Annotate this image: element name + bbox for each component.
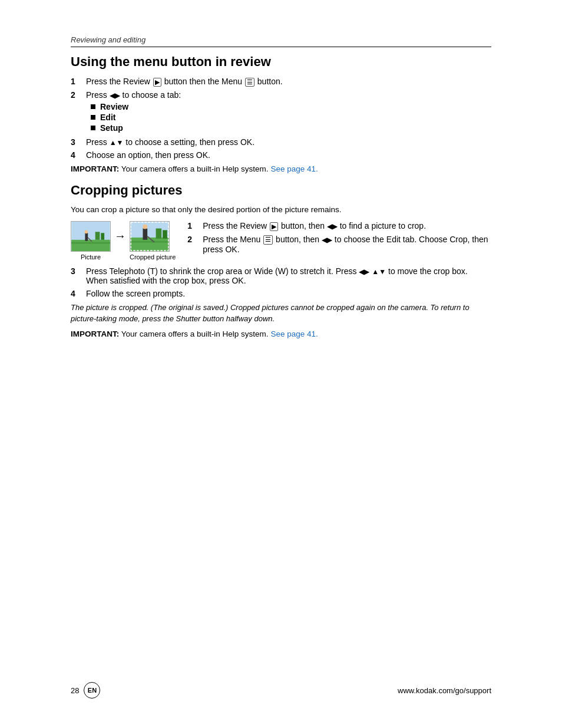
step-2-num: 2 xyxy=(71,90,84,100)
original-picture-box: Picture xyxy=(71,221,111,261)
section2-see-link[interactable]: See page 41. xyxy=(270,330,318,338)
page-num-area: 28 EN xyxy=(71,682,100,699)
original-picture-thumbnail xyxy=(71,221,111,252)
step-1-num: 1 xyxy=(71,77,84,86)
step-1: 1 Press the Review button then the Menu … xyxy=(71,77,491,87)
cropped-picture-thumbnail xyxy=(130,221,170,252)
step-4-num: 4 xyxy=(71,150,84,160)
svg-point-4 xyxy=(84,230,88,233)
section1-important: IMPORTANT: Your camera offers a built-in… xyxy=(71,164,491,173)
tab-list: Review Edit Setup xyxy=(91,102,491,133)
cropped-picture-label: Cropped picture xyxy=(130,253,176,261)
svg-rect-10 xyxy=(130,241,168,243)
tab-edit: Edit xyxy=(91,113,491,122)
tab-review-label: Review xyxy=(100,102,128,111)
section2-important-label: IMPORTANT: xyxy=(71,330,119,338)
crop-step-3-content: Press Telephoto (T) to shrink the crop a… xyxy=(86,266,491,285)
menu-icon xyxy=(245,78,254,87)
svg-rect-2 xyxy=(71,242,110,244)
crop-steps: 1 Press the Review button, then to find … xyxy=(187,221,491,258)
svg-rect-1 xyxy=(71,240,110,251)
section2: Cropping pictures You can crop a picture… xyxy=(71,183,491,338)
crop-step-4-num: 4 xyxy=(71,289,84,298)
lr-arrow-icon-4 xyxy=(359,266,369,276)
ud-arrow-icon xyxy=(110,137,124,147)
crop-step-1: 1 Press the Review button, then to find … xyxy=(187,221,491,231)
crop-images-area: Picture → xyxy=(71,221,176,261)
tab-setup-label: Setup xyxy=(100,123,123,133)
page-number: 28 xyxy=(71,686,79,695)
bullet-icon xyxy=(91,126,95,130)
step-3: 3 Press to choose a setting, then press … xyxy=(71,137,491,147)
svg-rect-14 xyxy=(156,228,162,238)
crop-step-4: 4 Follow the screen prompts. xyxy=(71,289,491,298)
crop-body: Picture → xyxy=(71,221,491,261)
step-3-num: 3 xyxy=(71,137,84,147)
svg-rect-15 xyxy=(163,230,167,238)
crop-step-3: 3 Press Telephoto (T) to shrink the crop… xyxy=(71,266,491,285)
svg-rect-3 xyxy=(85,233,88,241)
crop-step-3-num: 3 xyxy=(71,266,84,276)
lr-arrow-icon-3 xyxy=(322,235,332,244)
step-2: 2 Press to choose a tab: Review Edit Set… xyxy=(71,90,491,134)
tab-review: Review xyxy=(91,102,491,111)
crop-step-2-content: Press the Menu button, then to choose th… xyxy=(203,235,491,254)
crop-step-2-num: 2 xyxy=(187,235,200,244)
step-2-content: Press to choose a tab: Review Edit Setup xyxy=(86,90,491,134)
section-header: Reviewing and editing xyxy=(71,35,491,44)
cropped-picture-box: Cropped picture xyxy=(130,221,176,261)
svg-rect-9 xyxy=(130,238,168,251)
svg-rect-7 xyxy=(101,233,104,240)
en-badge: EN xyxy=(84,682,100,699)
menu-icon-2 xyxy=(263,235,273,244)
crop-step-1-num: 1 xyxy=(187,221,200,230)
section1-important-label: IMPORTANT: xyxy=(71,164,119,173)
tab-edit-label: Edit xyxy=(100,113,115,122)
svg-point-12 xyxy=(143,225,147,229)
arrow-right-icon: → xyxy=(114,229,126,243)
play-icon-2 xyxy=(270,222,278,231)
section2-important-text: Your camera offers a built-in Help syste… xyxy=(119,330,270,338)
lr-arrow-icon-2 xyxy=(327,221,338,230)
step-4-content: Choose an option, then press OK. xyxy=(86,150,491,160)
section2-important: IMPORTANT: Your camera offers a built-in… xyxy=(71,330,491,338)
lr-arrow-icon xyxy=(110,90,120,100)
play-icon xyxy=(153,78,161,87)
crop-step-4-content: Follow the screen prompts. xyxy=(86,289,491,298)
section1-important-text: Your camera offers a built-in Help syste… xyxy=(119,164,270,173)
section2-intro: You can crop a picture so that only the … xyxy=(71,205,491,214)
bullet-icon xyxy=(91,115,95,120)
original-picture-label: Picture xyxy=(71,253,111,261)
svg-rect-6 xyxy=(95,232,100,239)
section2-title: Cropping pictures xyxy=(71,183,491,198)
page: Reviewing and editing Using the menu but… xyxy=(0,0,562,728)
crop-steps-34: 3 Press Telephoto (T) to shrink the crop… xyxy=(71,266,491,298)
svg-rect-11 xyxy=(143,228,147,239)
ud-arrow-icon-2 xyxy=(372,266,386,276)
footer-website: www.kodak.com/go/support xyxy=(398,686,491,695)
divider xyxy=(71,47,491,47)
step-4: 4 Choose an option, then press OK. xyxy=(71,150,491,160)
step-3-content: Press to choose a setting, then press OK… xyxy=(86,137,491,147)
italic-note: The picture is cropped. (The original is… xyxy=(71,302,491,325)
step-1-content: Press the Review button then the Menu bu… xyxy=(86,77,491,87)
crop-step-list: 1 Press the Review button, then to find … xyxy=(187,221,491,254)
section1-title: Using the menu button in review xyxy=(71,54,491,70)
bullet-icon xyxy=(91,104,95,109)
crop-step-1-content: Press the Review button, then to find a … xyxy=(203,221,491,231)
crop-step-2: 2 Press the Menu button, then to choose … xyxy=(187,235,491,254)
section1-steps: 1 Press the Review button then the Menu … xyxy=(71,77,491,160)
footer: 28 EN www.kodak.com/go/support xyxy=(71,682,491,699)
tab-setup: Setup xyxy=(91,123,491,133)
section1-see-link[interactable]: See page 41. xyxy=(270,164,318,173)
